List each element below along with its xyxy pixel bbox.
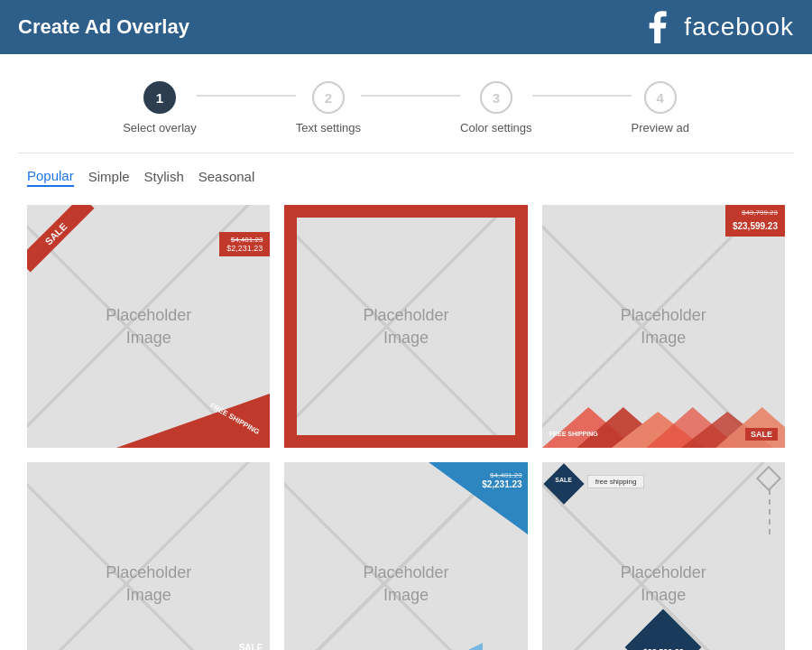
- big-diamond-6: [625, 608, 702, 650]
- step-line-3: [532, 95, 632, 97]
- sale-corner-badge: [27, 205, 117, 295]
- app-title: Create Ad Overlay: [18, 15, 189, 39]
- placeholder-3: PlaceholderImage: [621, 303, 706, 348]
- overlay-card-5[interactable]: $4,481.23 $2,231.23 FREE SHIPPING SALE P…: [284, 462, 527, 650]
- header: Create Ad Overlay facebook: [0, 0, 812, 54]
- tab-bar: Popular Simple Stylish Seasonal: [0, 153, 812, 198]
- sale-4: SALE: [239, 643, 263, 650]
- step-line-2: [361, 95, 460, 97]
- placeholder-2: PlaceholderImage: [363, 303, 448, 348]
- step-label-2: Text settings: [296, 121, 361, 135]
- overlay-card-6[interactable]: SALE free shipping $23,599.23 $43,399.23…: [542, 462, 785, 650]
- overlay-card-4[interactable]: $1,433,399.23 $1,123,399.23 SALE FREE SH…: [27, 462, 270, 650]
- step-label-4: Preview ad: [632, 121, 689, 135]
- overlay-card-2[interactable]: $132.23 SALE SALE FREE SHIPPING $447.03 …: [284, 205, 527, 448]
- step-circle-4: 4: [644, 81, 677, 114]
- price-top-5: $4,481.23 $2,231.23: [482, 471, 522, 489]
- free-shipping-badge-6: free shipping: [587, 475, 645, 488]
- main-content: 1 Select overlay 2 Text settings 3 Color…: [0, 54, 812, 650]
- placeholder-6: PlaceholderImage: [621, 562, 706, 607]
- free-shipping-corner: FREE SHIPPING: [116, 394, 270, 448]
- step-label-1: Select overlay: [123, 121, 197, 135]
- overlay-card-1[interactable]: $4,481.23 $2,231.23 FREE SHIPPING Placeh…: [27, 205, 270, 448]
- dash-line-6: [769, 489, 770, 534]
- price-tag-1: $4,481.23 $2,231.23: [219, 232, 270, 256]
- step-3: 3 Color settings: [460, 81, 531, 135]
- placeholder-5: PlaceholderImage: [363, 562, 448, 607]
- wave-icon: [300, 207, 355, 216]
- tab-simple[interactable]: Simple: [88, 169, 130, 186]
- step-2: 2 Text settings: [296, 81, 361, 135]
- overlay-grid: $4,481.23 $2,231.23 FREE SHIPPING Placeh…: [0, 198, 812, 650]
- step-circle-3: 3: [480, 81, 512, 114]
- tab-seasonal[interactable]: Seasonal: [198, 169, 255, 186]
- left-side-bar: SALE: [284, 218, 297, 435]
- wave2-icon: [457, 207, 512, 216]
- facebook-text: facebook: [684, 13, 794, 42]
- tab-stylish[interactable]: Stylish: [144, 169, 184, 186]
- step-circle-1: 1: [143, 81, 176, 114]
- overlay-card-3[interactable]: $43,799.23 $23,599.23 FREE SHIPPING SALE…: [542, 205, 785, 448]
- brand-area: facebook: [642, 11, 794, 43]
- sale-badge-3: SALE: [745, 428, 778, 441]
- placeholder-1: PlaceholderImage: [106, 303, 191, 348]
- right-side-bar: SALE: [515, 218, 528, 435]
- step-4: 4 Preview ad: [632, 81, 689, 135]
- top-left-diamond: SALE: [549, 469, 578, 498]
- tab-popular[interactable]: Popular: [27, 168, 74, 187]
- step-line-1: [197, 95, 296, 97]
- facebook-logo-icon: [642, 11, 675, 43]
- diamond-outline-6: [756, 466, 781, 491]
- svg-marker-9: [284, 643, 483, 650]
- price-top-right-3: $43,799.23 $23,599.23: [725, 205, 785, 237]
- bottom-bar: FREE SHIPPING $447.03: [297, 435, 514, 448]
- stepper: 1 Select overlay 2 Text settings 3 Color…: [0, 54, 812, 153]
- free-shipping-3: FREE SHIPPING: [549, 431, 598, 437]
- step-circle-2: 2: [312, 81, 345, 114]
- top-wave-bar: $132.23: [297, 205, 514, 218]
- step-1: 1 Select overlay: [123, 81, 197, 135]
- bottom-diag-5: [284, 625, 527, 650]
- step-label-3: Color settings: [460, 121, 531, 135]
- placeholder-4: PlaceholderImage: [106, 562, 191, 607]
